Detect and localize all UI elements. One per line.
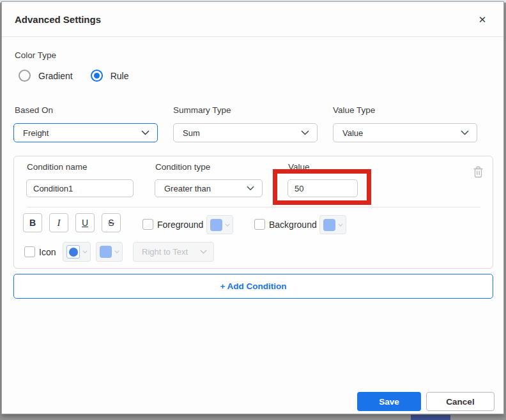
- format-toolbar: B I U S: [23, 213, 121, 232]
- close-button[interactable]: ✕: [475, 13, 489, 27]
- radio-unselected-icon: [19, 70, 31, 82]
- summary-type-select[interactable]: Sum: [173, 123, 318, 142]
- chevron-down-icon: [338, 223, 343, 227]
- color-swatch: [210, 219, 222, 231]
- foreground-checkbox[interactable]: [142, 219, 153, 230]
- summary-type-label: Summary Type: [173, 105, 231, 115]
- card-divider: [27, 207, 480, 207]
- chevron-down-icon: [301, 130, 309, 135]
- radio-gradient-label: Gradient: [38, 71, 73, 81]
- radio-rule-label: Rule: [111, 71, 129, 81]
- trash-icon: [473, 165, 484, 178]
- condition-type-value: Greater than: [164, 184, 211, 193]
- chevron-down-icon: [225, 223, 230, 227]
- strikethrough-button[interactable]: S: [102, 213, 121, 232]
- color-type-label: Color Type: [15, 50, 56, 60]
- background-label: Background: [269, 220, 317, 230]
- based-on-label: Based On: [15, 105, 53, 115]
- chevron-down-icon: [200, 250, 207, 254]
- chevron-down-icon: [114, 250, 119, 253]
- icon-label: Icon: [39, 247, 56, 257]
- color-swatch: [323, 219, 335, 231]
- page-title: Advanced Settings: [15, 14, 101, 25]
- condition-card: Condition name Condition type Value Grea…: [13, 156, 493, 269]
- icon-shape-picker[interactable]: [63, 242, 91, 262]
- value-label: Value: [288, 162, 310, 172]
- dialog-header: Advanced Settings ✕: [2, 2, 503, 36]
- cancel-button[interactable]: Cancel: [426, 392, 494, 411]
- condition-name-input[interactable]: [26, 179, 134, 197]
- based-on-value: Freight: [23, 128, 49, 138]
- foreground-label: Foreground: [157, 220, 203, 230]
- color-swatch: [100, 246, 112, 258]
- condition-name-label: Condition name: [27, 162, 88, 172]
- condition-type-select[interactable]: Greater than: [155, 179, 263, 197]
- summary-type-value: Sum: [183, 128, 200, 138]
- header-divider: [2, 36, 503, 37]
- italic-button[interactable]: I: [49, 213, 68, 232]
- value-type-select[interactable]: Value: [333, 123, 477, 142]
- foreground-color-picker[interactable]: [206, 215, 233, 234]
- bold-button[interactable]: B: [23, 213, 42, 232]
- background-color-picker[interactable]: [319, 215, 346, 234]
- icon-position-select[interactable]: Right to Text: [133, 242, 214, 262]
- radio-rule[interactable]: Rule: [91, 70, 129, 82]
- background-page-accent: [411, 415, 450, 420]
- background-checkbox[interactable]: [254, 219, 265, 230]
- chevron-down-icon: [461, 130, 469, 135]
- icon-color-picker[interactable]: [96, 242, 123, 262]
- circle-icon: [69, 248, 78, 257]
- icon-position-value: Right to Text: [142, 247, 188, 257]
- color-type-radio-group: Gradient Rule: [19, 70, 141, 82]
- advanced-settings-dialog: Advanced Settings ✕ Color Type Gradient …: [1, 1, 504, 414]
- radio-gradient[interactable]: Gradient: [19, 70, 73, 82]
- value-input[interactable]: [288, 179, 358, 197]
- delete-condition-button[interactable]: [471, 165, 485, 180]
- save-button[interactable]: Save: [357, 392, 421, 411]
- icon-checkbox[interactable]: [24, 246, 35, 257]
- value-type-value: Value: [342, 128, 363, 138]
- icon-shape-tile: [66, 245, 80, 259]
- close-icon: ✕: [479, 14, 487, 25]
- underline-button[interactable]: U: [75, 213, 95, 232]
- based-on-select[interactable]: Freight: [13, 123, 158, 142]
- chevron-down-icon: [82, 250, 88, 253]
- radio-selected-icon: [91, 70, 103, 82]
- condition-type-label: Condition type: [155, 162, 210, 172]
- chevron-down-icon: [141, 130, 150, 135]
- chevron-down-icon: [247, 186, 254, 191]
- add-condition-button[interactable]: + Add Condition: [13, 274, 493, 299]
- value-type-label: Value Type: [333, 105, 375, 115]
